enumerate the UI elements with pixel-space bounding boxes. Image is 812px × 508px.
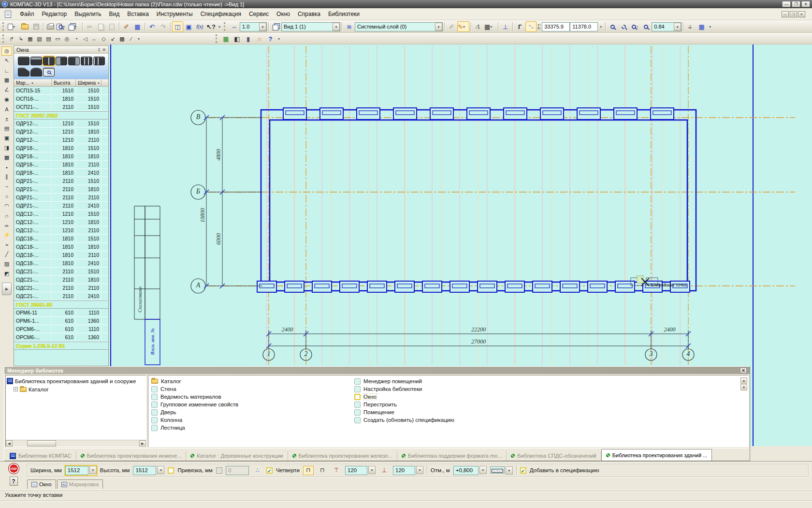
library-tab[interactable]: Библиотека СПДС-обозначений bbox=[507, 451, 601, 461]
expand-icon[interactable]: + bbox=[14, 387, 18, 391]
maximize-button[interactable]: ❐ bbox=[792, 1, 800, 7]
table-row[interactable]: ОДС21-...21102110 bbox=[14, 284, 108, 292]
snap-angle-button[interactable]: ∴ bbox=[252, 466, 263, 475]
coordinate-x-field[interactable]: 33375.9 bbox=[542, 22, 570, 31]
window-type-solid-icon[interactable] bbox=[18, 57, 29, 65]
column-header-mark[interactable]: Мар...▲ bbox=[14, 79, 52, 86]
table-row[interactable]: ОДС21-...21102410 bbox=[14, 292, 108, 300]
node-icon[interactable]: ◎ bbox=[62, 34, 72, 44]
table-row[interactable]: ОРСМ6-...6101110 bbox=[14, 325, 108, 333]
table-row[interactable]: ОДС12-...12101510 bbox=[14, 210, 108, 218]
panel-grid-icon[interactable]: ▣ bbox=[1, 134, 12, 143]
toolbar-overflow-button[interactable]: ▾ bbox=[707, 21, 713, 32]
table-row[interactable]: ОДР21-...21101510 bbox=[14, 177, 108, 185]
spline-icon[interactable]: ≈ bbox=[1, 240, 12, 249]
library-tab[interactable]: Библиотека поддержки формата mo... bbox=[397, 451, 507, 461]
menu-Вставка[interactable]: Вставка bbox=[123, 9, 153, 19]
window-type-three-pane-icon[interactable] bbox=[81, 57, 92, 65]
lightning-icon[interactable]: ⚡ bbox=[1, 230, 12, 239]
marker-icon[interactable]: ◁ bbox=[81, 34, 90, 44]
menu-Редактор[interactable]: Редактор bbox=[38, 9, 71, 19]
diamond-icon[interactable]: ◇ bbox=[99, 34, 108, 44]
menu-Инструменты[interactable]: Инструменты bbox=[153, 9, 197, 19]
views-list-button[interactable] bbox=[270, 21, 281, 32]
title-bar[interactable]: K КОМПАС-3D V13 - [C:\Users\Борис\Deskto… bbox=[0, 0, 812, 8]
table-row[interactable]: ОДР18-...18101810 bbox=[14, 152, 108, 161]
table-row[interactable]: ОРМ6-116101110 bbox=[14, 309, 108, 317]
current-layer-combo[interactable]: Системный слой (0)▾ bbox=[355, 22, 443, 31]
window-type-right-pane-icon[interactable] bbox=[68, 57, 80, 65]
auto-dimension-icon[interactable]: ↱ bbox=[7, 34, 16, 44]
table-row[interactable]: ОДС12-...12102110 bbox=[14, 226, 108, 235]
grid-snap-icon[interactable]: ▦ bbox=[26, 34, 35, 44]
point-tool-icon[interactable]: • bbox=[1, 163, 12, 172]
toolbar-overflow-button[interactable]: ▾ bbox=[136, 33, 142, 44]
zoom-inout-button[interactable]: ↕ bbox=[629, 21, 640, 32]
library-commands-list[interactable]: КаталогСтенаВедомость материаловГруппово… bbox=[148, 375, 749, 447]
toolbar-overflow-button[interactable]: ▾ bbox=[217, 21, 222, 32]
line-angle-button[interactable]: ∕1 bbox=[473, 21, 484, 32]
variables-button[interactable]: ▣ bbox=[183, 21, 194, 32]
table-row[interactable]: ОДР18-...18102110 bbox=[14, 161, 108, 169]
menu-Окно[interactable]: Окно bbox=[273, 9, 294, 19]
elevation-combo[interactable]: +0,800▾ bbox=[453, 466, 487, 475]
table-row[interactable]: ОДС18-...18101810 bbox=[14, 243, 108, 251]
contour-icon[interactable]: ◔ bbox=[72, 34, 81, 44]
redo-button[interactable]: ↷ bbox=[158, 21, 169, 32]
dropdown-arrow-icon[interactable]: ▾ bbox=[506, 466, 513, 475]
snap-checkbox[interactable] bbox=[168, 467, 174, 474]
coordinate-y-field[interactable]: 11378.0 bbox=[570, 22, 598, 31]
library-tab[interactable]: Библиотека проектирования инжене... bbox=[76, 451, 187, 461]
snap-points-button[interactable]: ⁺₊ bbox=[525, 21, 536, 32]
scroll-up-icon[interactable]: ▲ bbox=[97, 81, 100, 84]
library-command-Колонна[interactable]: Колонна bbox=[149, 416, 352, 424]
doc-restore-button[interactable]: ❐ bbox=[790, 11, 797, 17]
wall1-combo[interactable]: 120▾ bbox=[345, 466, 376, 475]
table-row[interactable]: ОРМ6-1...6101360 bbox=[14, 317, 108, 325]
menu-Справка[interactable]: Справка bbox=[294, 9, 324, 19]
interrupt-command-button[interactable]: STOP bbox=[9, 463, 19, 474]
tree-item-catalog[interactable]: + Каталог bbox=[7, 385, 145, 393]
library-command-Лестница[interactable]: Лестница bbox=[149, 424, 352, 432]
table-row[interactable]: ОДР21-...21102410 bbox=[14, 202, 108, 210]
toolbar-handle[interactable] bbox=[224, 22, 227, 31]
snap-value-checkbox[interactable] bbox=[216, 467, 222, 474]
panel-half-icon[interactable]: ◨ bbox=[1, 143, 12, 152]
table-row[interactable]: ОДР18-...18102410 bbox=[14, 169, 108, 177]
m-library-button[interactable]: ∩ bbox=[254, 33, 265, 44]
collections-icon[interactable]: ▤ bbox=[44, 34, 53, 44]
scrollbar-thumb[interactable] bbox=[27, 440, 56, 447]
zoom-frame-button[interactable] bbox=[618, 21, 629, 32]
zoom-combo[interactable]: 0.84▾ bbox=[652, 22, 682, 31]
spec-table-button[interactable]: ▦ bbox=[220, 33, 232, 44]
layers-button[interactable]: ≋ bbox=[344, 21, 355, 32]
window-type-two-pane-icon[interactable] bbox=[43, 57, 55, 65]
context-help-button[interactable]: ↖? bbox=[205, 21, 217, 32]
undo-button[interactable]: ↶ bbox=[146, 21, 158, 32]
document-manager-button[interactable]: ◫ bbox=[172, 21, 183, 32]
close-button[interactable]: ✕ bbox=[801, 1, 810, 7]
chain-dimension-icon[interactable]: ↳ bbox=[16, 34, 26, 44]
scroll-right-icon[interactable]: ▶ bbox=[139, 440, 146, 447]
dropdown-arrow-icon[interactable]: ▾ bbox=[479, 466, 487, 474]
pin-icon[interactable]: ‡ bbox=[98, 47, 100, 52]
scale-step-combo[interactable]: 1.0▾ bbox=[240, 22, 267, 31]
library-tab[interactable]: Библиотеки КОМПАС bbox=[5, 451, 76, 461]
dropdown-arrow-icon[interactable]: ▾ bbox=[259, 23, 266, 31]
library-command-Настройка библиотеки[interactable]: Настройка библиотеки bbox=[352, 385, 555, 393]
library-manager-titlebar[interactable]: Менеджер библиотек ✕ bbox=[4, 367, 750, 374]
quarter-type-2-button[interactable]: ⊓ bbox=[317, 466, 328, 475]
move-arrow-icon[interactable]: ↖ bbox=[1, 56, 12, 65]
zoom-scale-button[interactable] bbox=[640, 21, 652, 32]
close-icon[interactable]: ✕ bbox=[740, 368, 747, 374]
panel-rows-icon[interactable]: ▤ bbox=[1, 124, 12, 133]
slant-line-icon[interactable]: ╱ bbox=[1, 250, 12, 259]
current-view-combo[interactable]: Вид 1 (1)▾ bbox=[281, 22, 340, 31]
specification-button[interactable]: ▦ bbox=[132, 21, 143, 32]
library-tree[interactable]: Библиотека проектирования зданий и соору… bbox=[5, 375, 146, 447]
toolbar-handle[interactable] bbox=[2, 22, 6, 31]
fill-icon[interactable]: ◩ bbox=[1, 269, 12, 278]
library-command-Перестроить[interactable]: Перестроить bbox=[352, 401, 555, 408]
tab-window[interactable]: ⌐ Окно bbox=[27, 479, 56, 489]
open-document-button[interactable] bbox=[19, 21, 30, 32]
